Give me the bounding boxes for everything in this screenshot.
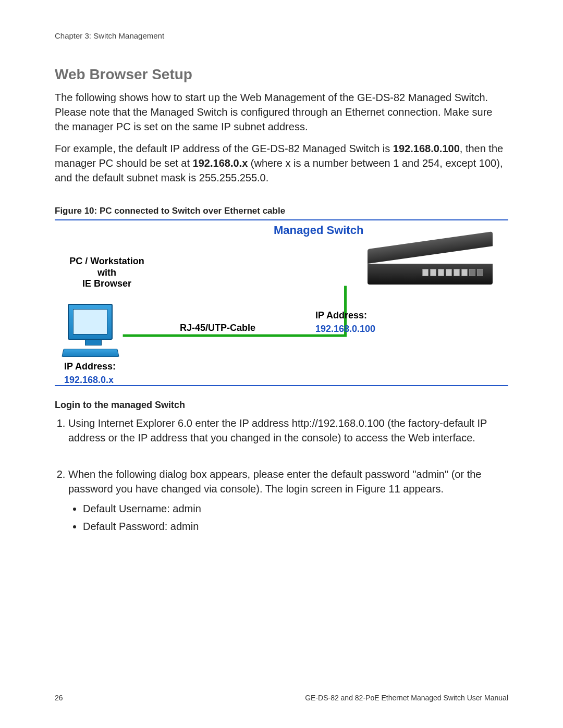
switch-icon [368, 249, 493, 285]
pc-ip-value: 192.168.0.x [64, 375, 114, 386]
footer-manual-title: GE-DS-82 and 82-PoE Ethernet Managed Swi… [305, 694, 508, 702]
step-1: Using Internet Explorer 6.0 enter the IP… [68, 416, 508, 445]
login-heading: Login to the managed Switch [55, 400, 508, 411]
default-password: Default Password: admin [83, 519, 508, 534]
switch-ip-value: 192.168.0.100 [315, 324, 375, 335]
figure-caption: Figure 10: PC connected to Switch over E… [55, 206, 508, 216]
password-label: Default Password: [83, 521, 170, 532]
page-number: 26 [55, 694, 63, 702]
step-2: When the following dialog box appears, p… [68, 467, 508, 534]
username-value: admin [173, 503, 201, 514]
figure-10: Managed Switch PC / Workstation with IE … [55, 219, 508, 386]
pc-ip-label: IP Address: [64, 361, 116, 373]
p2-text-a: For example, the default IP address of t… [55, 143, 393, 154]
username-label: Default Username: [83, 503, 173, 514]
step1-text-a: Using Internet Explorer 6.0 enter the IP… [68, 417, 292, 429]
section-title: Web Browser Setup [55, 66, 508, 83]
pc-workstation-label: PC / Workstation with IE Browser [60, 256, 154, 290]
switch-ip-label: IP Address: [315, 310, 367, 322]
pc-icon [68, 304, 118, 358]
paragraph-1: The following shows how to start up the … [55, 90, 508, 134]
cable-label: RJ-45/UTP-Cable [180, 323, 255, 334]
login-steps: Using Internet Explorer 6.0 enter the IP… [55, 416, 508, 534]
step1-url: http://192.168.0.100 [292, 417, 385, 429]
paragraph-2: For example, the default IP address of t… [55, 141, 508, 185]
managed-switch-label: Managed Switch [274, 224, 363, 237]
step2-credentials: Default Username: admin Default Password… [68, 501, 508, 534]
page-footer: 26 GE-DS-82 and 82-PoE Ethernet Managed … [55, 694, 508, 702]
password-value: admin [170, 521, 199, 532]
p2-ip-2: 192.168.0.x [193, 157, 248, 169]
step2-text: When the following dialog box appears, p… [68, 468, 481, 495]
page: Chapter 3: Switch Management Web Browser… [0, 0, 563, 728]
p2-ip-1: 192.168.0.100 [393, 143, 460, 154]
switch-ports-icon [422, 269, 483, 276]
chapter-header: Chapter 3: Switch Management [55, 31, 508, 40]
default-username: Default Username: admin [83, 501, 508, 516]
